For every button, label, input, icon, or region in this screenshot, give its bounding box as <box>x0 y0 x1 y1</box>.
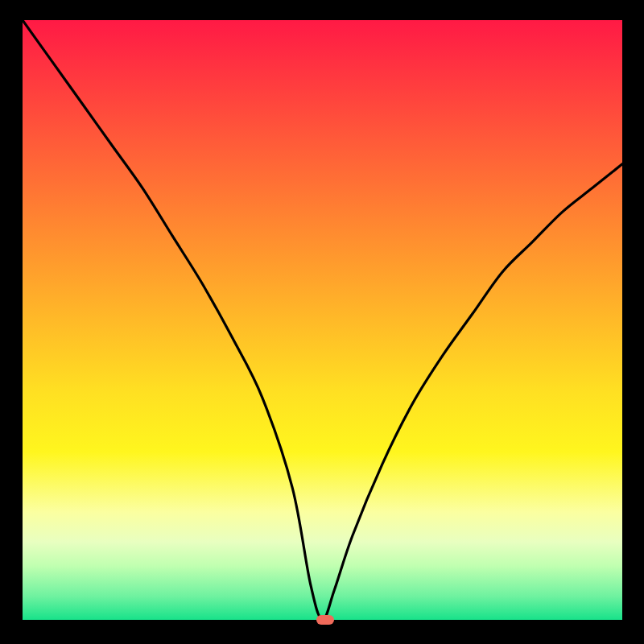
chart-frame: TheBottleneck.com <box>0 20 644 644</box>
plot-area <box>23 20 622 620</box>
bottleneck-curve <box>23 20 622 620</box>
minimum-marker <box>316 615 334 625</box>
